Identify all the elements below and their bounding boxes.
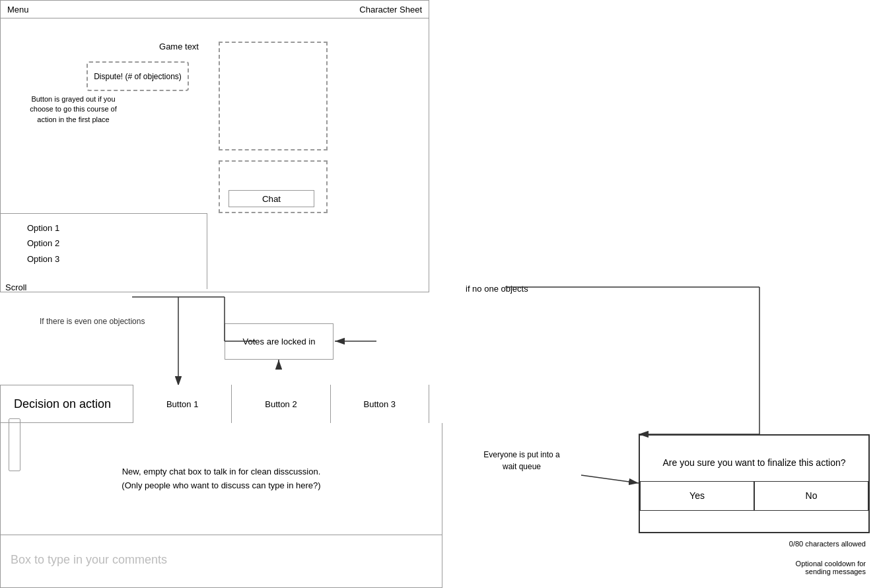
decision-buttons: Button 1 Button 2 Button 3: [133, 385, 429, 423]
options-list: Option 1 Option 2 Option 3: [1, 213, 207, 289]
main-panel: Game text Dispute! (# of objections) But…: [0, 18, 429, 292]
confirm-question: Are you sure you want to finalize this a…: [656, 457, 852, 468]
type-input-label[interactable]: Box to type in your comments: [11, 553, 432, 567]
decision-button-3[interactable]: Button 3: [330, 385, 429, 423]
cooldown-label: Optional cooldown forsending messages: [796, 560, 866, 575]
character-sheet-label[interactable]: Character Sheet: [359, 5, 422, 15]
chat-area-text: New, empty chat box to talk in for clean…: [122, 465, 320, 493]
if-no-one-objects-label: if no one objects: [466, 284, 528, 294]
decision-button-1[interactable]: Button 1: [133, 385, 231, 423]
dashed-box-1: [219, 42, 328, 150]
confirm-buttons: Yes No: [640, 481, 868, 511]
top-bar: Menu Character Sheet: [0, 0, 429, 18]
dispute-box[interactable]: Dispute! (# of objections): [87, 61, 189, 91]
chat-area: New, empty chat box to talk in for clean…: [0, 423, 442, 535]
decision-row: Decision on action Button 1 Button 2 But…: [0, 385, 429, 423]
option-item-1[interactable]: Option 1: [27, 220, 200, 236]
decision-button-2[interactable]: Button 2: [231, 385, 330, 423]
option-item-2[interactable]: Option 2: [27, 236, 200, 251]
option-item-3[interactable]: Option 3: [27, 251, 200, 267]
menu-label[interactable]: Menu: [7, 5, 29, 15]
char-count-label: 0/80 characters allowed: [789, 540, 866, 548]
svg-line-12: [581, 475, 639, 483]
scroll-label: Scroll: [5, 282, 27, 292]
type-area: Box to type in your comments: [0, 535, 442, 588]
votes-locked-box: Votes are locked in: [225, 323, 334, 360]
confirm-yes-button[interactable]: Yes: [640, 481, 754, 511]
confirm-no-button[interactable]: No: [754, 481, 868, 511]
button-gray-note: Button is grayed out if you choose to go…: [20, 94, 126, 125]
confirm-dialog: Are you sure you want to finalize this a…: [639, 434, 870, 533]
objections-label: If there is even one objections: [40, 317, 145, 326]
chat-button[interactable]: Chat: [229, 190, 314, 207]
decision-label: Decision on action: [1, 397, 133, 411]
everyone-wait-label: Everyone is put into a wait queue: [462, 449, 581, 473]
